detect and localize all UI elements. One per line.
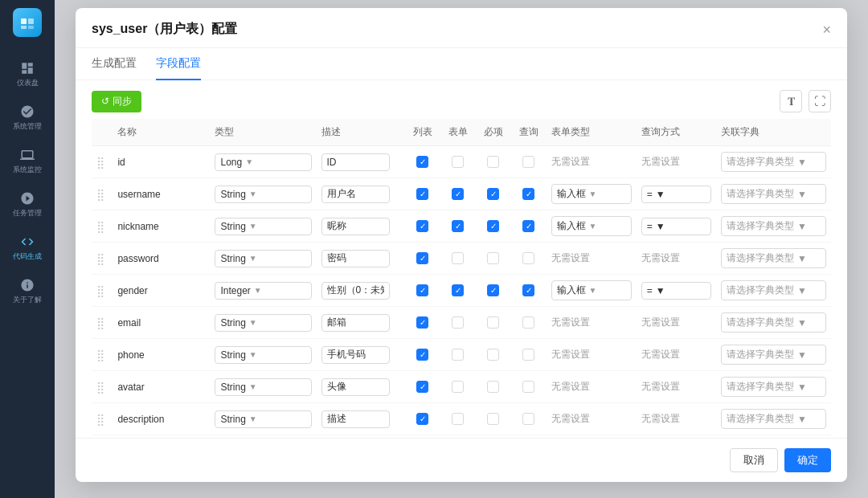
checkbox[interactable]	[522, 316, 534, 329]
dict-select[interactable]: 请选择字典类型▼	[721, 248, 826, 268]
checkbox[interactable]	[522, 284, 534, 296]
checkbox[interactable]	[416, 220, 428, 232]
sidebar-item-task[interactable]: 任务管理	[0, 183, 55, 227]
desc-input[interactable]	[321, 186, 390, 203]
sidebar-item-dashboard[interactable]: 仪表盘	[0, 53, 55, 96]
checkbox[interactable]	[487, 284, 499, 296]
checkbox[interactable]	[522, 381, 534, 393]
checkbox[interactable]	[416, 316, 428, 329]
drag-handle[interactable]: ⣿	[96, 220, 104, 233]
type-select[interactable]: String▼	[215, 250, 311, 267]
checkbox[interactable]	[522, 188, 534, 200]
drag-handle[interactable]: ⣿	[96, 316, 104, 329]
desc-input[interactable]	[321, 314, 390, 332]
checkbox[interactable]	[487, 413, 499, 425]
checkbox[interactable]	[522, 413, 534, 425]
checkbox[interactable]	[452, 220, 464, 232]
sidebar-item-monitor[interactable]: 系统监控	[0, 140, 55, 183]
col-querytype-header: 查询方式	[637, 119, 716, 146]
checkbox[interactable]	[416, 284, 428, 296]
checkbox[interactable]	[487, 156, 499, 168]
sidebar-item-codegen[interactable]: 代码生成	[0, 227, 55, 270]
type-select[interactable]: String▼	[215, 410, 311, 428]
checkbox[interactable]	[452, 316, 464, 329]
drag-handle[interactable]: ⣿	[96, 252, 104, 265]
checkbox[interactable]	[416, 156, 428, 168]
checkbox[interactable]	[452, 349, 464, 361]
form-type-select[interactable]: 输入框▼	[551, 184, 632, 204]
field-name: phone	[117, 349, 144, 361]
checkbox[interactable]	[487, 252, 499, 264]
checkbox[interactable]	[487, 381, 499, 393]
cancel-button[interactable]: 取消	[730, 448, 778, 472]
fullscreen-icon[interactable]: ⛶	[809, 90, 831, 112]
type-select[interactable]: Long▼	[215, 153, 311, 171]
query-type-select[interactable]: =▼	[641, 186, 711, 203]
desc-input[interactable]	[321, 218, 390, 235]
dict-select[interactable]: 请选择字典类型▼	[721, 216, 826, 236]
drag-handle[interactable]: ⣿	[96, 188, 104, 201]
type-select[interactable]: String▼	[215, 378, 311, 396]
checkbox[interactable]	[487, 188, 499, 200]
checkbox[interactable]	[416, 252, 428, 264]
sync-button[interactable]: ↺ 同步	[92, 91, 141, 112]
col-form-header: 表单	[440, 119, 476, 146]
checkbox[interactable]	[452, 284, 464, 296]
form-type-select[interactable]: 输入框▼	[551, 280, 632, 300]
checkbox[interactable]	[416, 381, 428, 393]
dict-select[interactable]: 请选择字典类型▼	[721, 409, 826, 429]
sidebar-label-dashboard: 仪表盘	[17, 78, 39, 88]
drag-handle[interactable]: ⣿	[96, 349, 104, 361]
checkbox[interactable]	[522, 349, 534, 361]
checkbox[interactable]	[416, 413, 428, 425]
form-type-select[interactable]: 输入框▼	[551, 216, 632, 236]
chevron-down-icon: ▼	[797, 382, 807, 393]
type-select[interactable]: Integer▼	[215, 282, 311, 300]
desc-input[interactable]	[321, 250, 390, 267]
checkbox[interactable]	[452, 252, 464, 264]
drag-handle[interactable]: ⣿	[96, 413, 104, 426]
desc-input[interactable]	[321, 410, 390, 428]
desc-input[interactable]	[321, 378, 390, 396]
type-select[interactable]: String▼	[215, 346, 311, 364]
query-type-select[interactable]: =▼	[641, 218, 711, 235]
checkbox[interactable]	[487, 220, 499, 232]
checkbox[interactable]	[487, 349, 499, 361]
text-size-icon[interactable]: 𝐓	[780, 90, 802, 112]
field-table: 名称 类型 描述 列表 表单 必项 查询 表单类型 查询方式 关联字典	[92, 119, 831, 438]
desc-input[interactable]	[321, 282, 390, 300]
desc-input[interactable]	[321, 153, 390, 171]
sidebar-item-system[interactable]: 系统管理	[0, 96, 55, 140]
checkbox[interactable]	[487, 316, 499, 329]
checkbox[interactable]	[452, 188, 464, 200]
dict-select[interactable]: 请选择字典类型▼	[721, 312, 826, 333]
dict-select[interactable]: 请选择字典类型▼	[721, 152, 826, 172]
close-icon[interactable]: ×	[822, 22, 831, 37]
type-select[interactable]: String▼	[215, 314, 311, 332]
sidebar-item-about[interactable]: 关于了解	[0, 270, 55, 313]
checkbox[interactable]	[522, 220, 534, 232]
col-type-header: 类型	[210, 119, 316, 146]
checkbox[interactable]	[452, 381, 464, 393]
drag-handle[interactable]: ⣿	[96, 381, 104, 394]
type-select[interactable]: String▼	[215, 218, 311, 235]
dict-select[interactable]: 请选择字典类型▼	[721, 377, 826, 397]
query-type-select[interactable]: =▼	[641, 282, 711, 300]
checkbox[interactable]	[416, 188, 428, 200]
confirm-button[interactable]: 确定	[784, 448, 831, 472]
dict-select[interactable]: 请选择字典类型▼	[721, 345, 826, 365]
dict-select[interactable]: 请选择字典类型▼	[721, 280, 826, 300]
checkbox[interactable]	[452, 413, 464, 425]
dict-select[interactable]: 请选择字典类型▼	[721, 184, 826, 204]
tab-generate[interactable]: 生成配置	[92, 48, 137, 80]
checkbox[interactable]	[416, 349, 428, 361]
toolbar-right: 𝐓 ⛶	[780, 90, 831, 112]
drag-handle[interactable]: ⣿	[96, 284, 104, 297]
checkbox[interactable]	[522, 252, 534, 264]
drag-handle[interactable]: ⣿	[96, 156, 104, 169]
checkbox[interactable]	[522, 156, 534, 168]
desc-input[interactable]	[321, 346, 390, 364]
type-select[interactable]: String▼	[215, 186, 311, 203]
checkbox[interactable]	[452, 156, 464, 168]
tab-field[interactable]: 字段配置	[156, 48, 201, 80]
